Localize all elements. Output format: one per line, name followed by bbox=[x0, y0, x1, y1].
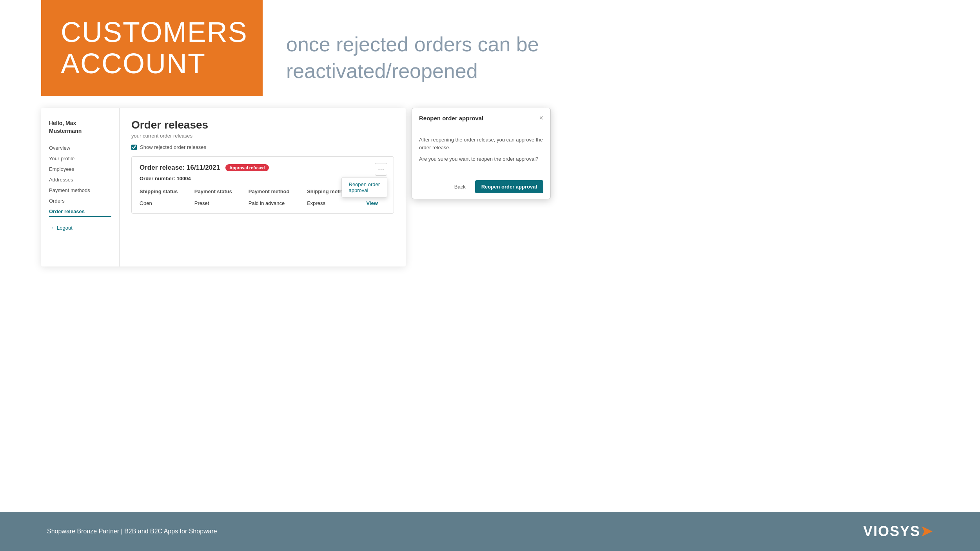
modal-text-1: After reopening the order release, you c… bbox=[419, 136, 543, 151]
cell-shipping-status: Open bbox=[140, 197, 194, 207]
hero-subtitle: once rejected orders can be reactivated/… bbox=[286, 31, 600, 84]
reopen-order-approval-item[interactable]: Reopen orderapproval bbox=[342, 178, 387, 197]
sidebar-item-order-releases[interactable]: Order releases bbox=[49, 206, 111, 217]
show-rejected-label: Show rejected order releases bbox=[140, 144, 206, 150]
order-card-header: Order release: 16/11/2021 Approval refus… bbox=[140, 164, 386, 172]
modal-footer: Back Reopen order approval bbox=[412, 175, 550, 199]
reopen-order-approval-button[interactable]: Reopen order approval bbox=[475, 180, 543, 193]
cell-view: View bbox=[366, 197, 386, 207]
main-content: Order releases your current order releas… bbox=[120, 108, 406, 266]
account-panel: Hello, MaxMustermann Overview Your profi… bbox=[41, 108, 406, 266]
modal-header: Reopen order approval × bbox=[412, 108, 550, 128]
sidebar-item-profile[interactable]: Your profile bbox=[49, 153, 111, 164]
sidebar-item-overview[interactable]: Overview bbox=[49, 143, 111, 153]
hero-banner: CUSTOMERS ACCOUNT bbox=[41, 0, 263, 96]
back-button[interactable]: Back bbox=[449, 180, 471, 193]
dropdown-menu: Reopen orderapproval bbox=[341, 177, 388, 198]
view-button[interactable]: View bbox=[366, 200, 377, 206]
modal-body: After reopening the order release, you c… bbox=[412, 128, 550, 175]
cell-payment-status: Preset bbox=[194, 197, 249, 207]
col-payment-status: Payment status bbox=[194, 186, 249, 197]
logo-swoosh-accent: ➤ bbox=[920, 523, 933, 539]
order-card: Order release: 16/11/2021 Approval refus… bbox=[131, 156, 394, 214]
order-title: Order release: 16/11/2021 bbox=[140, 164, 220, 172]
logout-icon: → bbox=[49, 225, 54, 231]
sidebar: Hello, MaxMustermann Overview Your profi… bbox=[41, 108, 120, 266]
footer-text: Shopware Bronze Partner | B2B and B2C Ap… bbox=[47, 528, 217, 535]
footer-logo: VIOSYS➤ bbox=[863, 523, 933, 540]
more-options-button[interactable]: ⋯ bbox=[375, 163, 387, 176]
page-subtitle: your current order releases bbox=[131, 133, 394, 139]
col-shipping-status: Shipping status bbox=[140, 186, 194, 197]
sidebar-greeting: Hello, MaxMustermann bbox=[49, 120, 111, 135]
hero-title: CUSTOMERS ACCOUNT bbox=[61, 17, 248, 79]
sidebar-item-orders[interactable]: Orders bbox=[49, 196, 111, 206]
modal-close-button[interactable]: × bbox=[539, 114, 543, 121]
col-payment-method: Payment method bbox=[249, 186, 307, 197]
logout-button[interactable]: → Logout bbox=[49, 225, 111, 231]
logout-label: Logout bbox=[57, 225, 73, 231]
sidebar-item-payment-methods[interactable]: Payment methods bbox=[49, 185, 111, 196]
modal-title: Reopen order approval bbox=[419, 115, 483, 121]
page-title: Order releases bbox=[131, 119, 394, 131]
cell-payment-method: Paid in advance bbox=[249, 197, 307, 207]
table-row: Open Preset Paid in advance Express View bbox=[140, 197, 386, 207]
cell-shipping-method: Express bbox=[307, 197, 366, 207]
sidebar-item-addresses[interactable]: Addresses bbox=[49, 174, 111, 185]
modal-dialog: Reopen order approval × After reopening … bbox=[412, 108, 551, 199]
sidebar-item-employees[interactable]: Employees bbox=[49, 164, 111, 174]
show-rejected-checkbox[interactable] bbox=[131, 145, 137, 150]
modal-text-2: Are you sure you want to reopen the orde… bbox=[419, 155, 543, 163]
footer: Shopware Bronze Partner | B2B and B2C Ap… bbox=[0, 512, 980, 551]
checkbox-row: Show rejected order releases bbox=[131, 144, 394, 150]
status-badge: Approval refused bbox=[225, 164, 269, 171]
